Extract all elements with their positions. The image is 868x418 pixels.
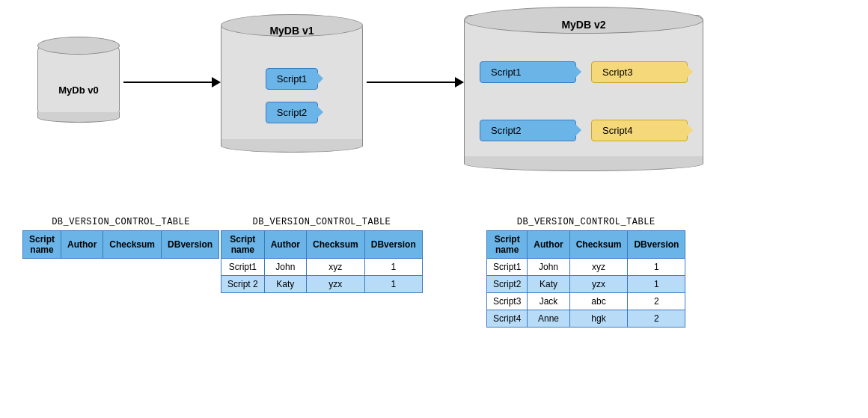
- col-dbversion: DBversion: [628, 231, 685, 259]
- table-row: Script 2 Katy yzx 1: [221, 276, 423, 293]
- db-v0-label: MyDb v0: [58, 84, 98, 96]
- col-script-name: Scriptname: [221, 231, 265, 259]
- table-v2: DB_VERSION_CONTROL_TABLE Scriptname Auth…: [486, 217, 685, 328]
- col-author: Author: [528, 231, 569, 259]
- diagram-area: MyDb v0 MyDB v1 Script1 Script2: [0, 0, 868, 418]
- col-dbversion: DBversion: [364, 231, 422, 259]
- table-v2-title: DB_VERSION_CONTROL_TABLE: [486, 217, 685, 227]
- col-checksum: Checksum: [307, 231, 365, 259]
- table-v0: DB_VERSION_CONTROL_TABLE Scriptname Auth…: [22, 217, 219, 259]
- table-row: Script4 Anne hgk 2: [487, 310, 685, 328]
- db-v2-label: MyDB v2: [561, 19, 605, 31]
- col-script-name: Scriptname: [23, 231, 61, 259]
- col-author: Author: [264, 231, 306, 259]
- table-v1-content: Scriptname Author Checksum DBversion Scr…: [221, 230, 423, 293]
- table-row: Script3 Jack abc 2: [487, 293, 685, 310]
- table-row: Script2 Katy yzx 1: [487, 276, 685, 293]
- v1-script2: Script2: [266, 102, 318, 123]
- col-dbversion: DBversion: [162, 231, 219, 259]
- db-v1-label: MyDB v1: [269, 25, 314, 37]
- v1-script1: Script1: [266, 68, 318, 90]
- table-v1: DB_VERSION_CONTROL_TABLE Scriptname Auth…: [221, 217, 423, 293]
- col-checksum: Checksum: [569, 231, 628, 259]
- col-script-name: Scriptname: [487, 231, 528, 259]
- col-checksum: Checksum: [103, 231, 162, 259]
- table-row: Script1 John xyz 1: [221, 259, 423, 276]
- arrow-v0-to-v1: [123, 77, 221, 87]
- v2-script2: Script2: [480, 120, 576, 141]
- table-v0-title: DB_VERSION_CONTROL_TABLE: [22, 217, 219, 227]
- v2-script3: Script3: [591, 61, 688, 83]
- table-v2-content: Scriptname Author Checksum DBversion Scr…: [486, 230, 685, 328]
- v2-script4: Script4: [591, 120, 688, 141]
- table-v1-title: DB_VERSION_CONTROL_TABLE: [221, 217, 423, 227]
- db-v1-cylinder: MyDB v1 Script1 Script2: [221, 22, 363, 146]
- col-author: Author: [61, 231, 103, 259]
- v2-script1: Script1: [480, 61, 576, 83]
- db-v0-cylinder: MyDb v0: [37, 45, 120, 116]
- table-v0-content: Scriptname Author Checksum DBversion: [22, 230, 219, 259]
- db-v2-cylinder: MyDB v2 Script1 Script3 Script2 Script4: [464, 15, 703, 165]
- table-row: Script1 John xyz 1: [487, 259, 685, 276]
- arrow-v1-to-v2: [367, 77, 464, 87]
